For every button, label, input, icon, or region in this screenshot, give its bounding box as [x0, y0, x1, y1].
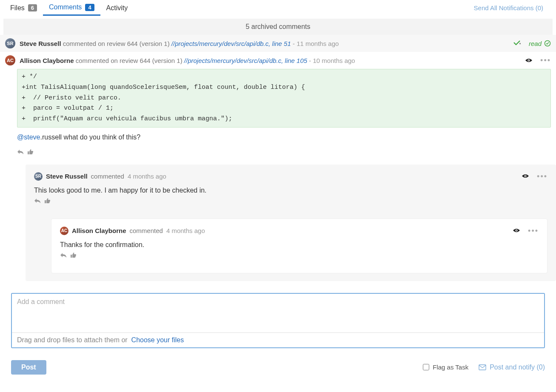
file-link[interactable]: //projects/mercury/dev/src/api/db.c, lin… — [184, 57, 307, 64]
tabs-bar: Files 6 Comments 4 Activity Send All Not… — [0, 0, 556, 16]
comment-author: Allison Clayborne — [20, 57, 74, 64]
tab-comments[interactable]: Comments 4 — [43, 0, 100, 16]
reply-author: Allison Clayborne — [72, 227, 126, 234]
mark-read-icon[interactable] — [525, 57, 533, 64]
post-button[interactable]: Post — [11, 360, 46, 375]
files-count-badge: 6 — [28, 4, 37, 11]
more-icon[interactable]: ••• — [528, 227, 539, 236]
checkmark-icon[interactable] — [513, 40, 521, 47]
thumbs-up-icon[interactable] — [27, 149, 34, 156]
tab-files[interactable]: Files 6 — [4, 1, 43, 15]
mark-read-icon[interactable] — [513, 227, 520, 234]
comment-input[interactable] — [12, 294, 544, 331]
code-diff: + */ +int TalisAliquam(long quandoSceler… — [17, 69, 551, 128]
more-icon[interactable]: ••• — [537, 172, 547, 181]
reply-action-bar — [34, 196, 547, 211]
svg-point-2 — [528, 60, 529, 60]
tab-label: Files — [10, 4, 25, 12]
reply-author: Steve Russell — [46, 173, 88, 180]
avatar: AC — [60, 227, 68, 235]
avatar: SR — [34, 172, 43, 181]
reply-text: Thanks for the confirmation. — [60, 235, 539, 250]
thumbs-up-icon[interactable] — [70, 252, 77, 259]
comment-time: - 10 months ago — [309, 57, 355, 64]
reply-icon[interactable] — [17, 149, 24, 156]
comment-action: commented on review 644 (version 1) — [63, 40, 170, 47]
user-mention[interactable]: @steve — [17, 134, 40, 141]
tab-label: Activity — [106, 4, 128, 12]
more-icon[interactable]: ••• — [540, 56, 551, 65]
mark-read-icon[interactable] — [522, 173, 529, 180]
avatar: AC — [5, 55, 15, 65]
svg-point-6 — [516, 230, 517, 231]
post-and-notify-link[interactable]: Post and notify (0) — [479, 364, 545, 371]
comment-actions — [17, 147, 551, 162]
file-link[interactable]: //projects/mercury/dev/src/api/db.c, lin… — [171, 40, 291, 47]
reply-icon[interactable] — [60, 252, 67, 259]
comment-header: AC Allison Clayborne commented on review… — [0, 52, 556, 69]
comment-author: Steve Russell — [20, 40, 61, 47]
reply: SR Steve Russell commented 4 months ago … — [26, 165, 556, 281]
footer-actions: Post Flag as Task Post and notify (0) — [0, 352, 556, 382]
comments-count-badge: 4 — [85, 4, 94, 11]
reply-text: This looks good to me. I am happy for it… — [34, 181, 547, 196]
svg-point-4 — [525, 176, 526, 176]
reply-action: commented — [130, 227, 163, 234]
tab-activity[interactable]: Activity — [100, 1, 134, 15]
comment-time: - 11 months ago — [293, 40, 339, 47]
comment-text: @steve.russell what do you think of this… — [17, 128, 551, 147]
reply-action: commented — [91, 173, 124, 180]
drop-hint: Drag and drop files to attach them or — [17, 336, 128, 344]
comment-input-container: Drag and drop files to attach them or Ch… — [11, 293, 545, 348]
thumbs-up-icon[interactable] — [44, 198, 51, 205]
comment-body: + */ +int TalisAliquam(long quandoSceler… — [0, 69, 556, 162]
reply-icon[interactable] — [34, 198, 41, 205]
comment-action: commented on review 644 (version 1) — [76, 57, 182, 64]
read-status[interactable]: read — [529, 40, 551, 47]
svg-rect-7 — [479, 365, 486, 370]
comment-collapsed[interactable]: SR Steve Russell commented on review 644… — [0, 35, 556, 52]
reply-time: 4 months ago — [166, 227, 205, 234]
nested-reply: AC Allison Clayborne commented 4 months … — [51, 219, 547, 273]
avatar: SR — [5, 38, 15, 48]
reply-action-bar — [60, 250, 539, 265]
choose-files-link[interactable]: Choose your files — [131, 336, 184, 344]
flag-as-task[interactable]: Flag as Task — [423, 364, 468, 371]
archived-comments-bar[interactable]: 5 archived comments — [3, 19, 553, 35]
envelope-icon — [479, 364, 486, 370]
reply-time: 4 months ago — [128, 173, 166, 180]
tab-label: Comments — [49, 3, 82, 11]
file-drop-area[interactable]: Drag and drop files to attach them or Ch… — [12, 332, 544, 347]
flag-checkbox[interactable] — [423, 364, 429, 370]
send-all-notifications-link[interactable]: Send All Notifications (0) — [474, 4, 552, 11]
flag-label: Flag as Task — [433, 364, 468, 371]
